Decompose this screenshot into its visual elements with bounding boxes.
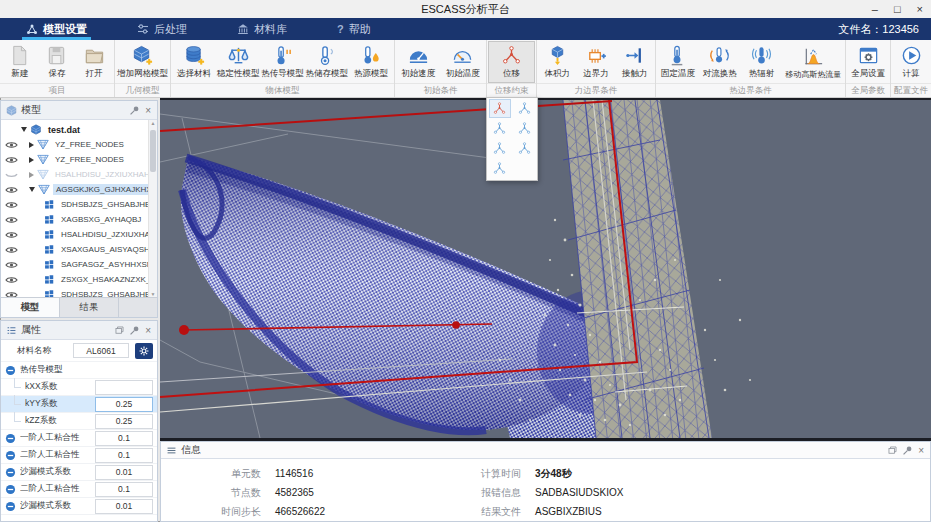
pin-icon[interactable] [129, 105, 140, 116]
material-name-input[interactable] [73, 343, 129, 358]
tab-material-library[interactable]: 材料库 [225, 18, 299, 40]
restore-icon[interactable] [114, 325, 125, 336]
collapse-minus-icon[interactable] [5, 484, 16, 495]
tab-post-processing[interactable]: 后处理 [125, 18, 199, 40]
hourglass-coefficient-input[interactable] [95, 465, 153, 480]
tree-item[interactable]: YZ_FREE_NODES [1, 137, 157, 152]
heat-storage-model-button[interactable]: 热储存模型 [305, 41, 349, 83]
eye-icon[interactable] [5, 185, 18, 195]
tree-item[interactable]: SAGFASGZ_ASYHHXSN [1, 257, 157, 272]
collapse-minus-icon[interactable] [5, 433, 16, 444]
expand-arrow-icon[interactable] [29, 157, 34, 163]
expand-arrow-icon[interactable] [29, 172, 34, 178]
minimize-button[interactable]: – [872, 0, 878, 18]
eye-icon[interactable] [5, 260, 18, 270]
second-order-viscosity-input[interactable] [95, 482, 153, 497]
compute-button[interactable]: 计算 [892, 41, 930, 83]
mesh-icon [37, 169, 49, 180]
tree-item[interactable]: SDHSBJZS_GHSABJHB_ZAHU [1, 197, 157, 212]
tab-model[interactable]: 模型 [1, 298, 60, 317]
expand-arrow-icon[interactable] [29, 142, 34, 148]
collapse-minus-icon[interactable] [5, 365, 16, 376]
heat-conduction-model-button[interactable]: 热传导模型 [260, 41, 304, 83]
displacement-option-selected[interactable] [489, 99, 511, 118]
eye-closed-icon[interactable] [5, 170, 18, 180]
save-icon [45, 44, 68, 67]
balance-scale-icon [227, 44, 250, 67]
tripod-blue-icon [517, 101, 532, 116]
kzz-input[interactable] [95, 414, 153, 429]
pin-icon[interactable] [129, 325, 140, 336]
kxx-input[interactable] [95, 380, 153, 395]
tree-item[interactable]: SDHSBJZS_GHSABJHB_ZAHU [1, 287, 157, 297]
eye-icon[interactable] [5, 290, 18, 298]
collapse-minus-icon[interactable] [5, 467, 16, 478]
kyy-input[interactable] [95, 397, 153, 412]
tree-item[interactable]: HSALHDISU_JZXIUXHAHX [1, 227, 157, 242]
tree-item[interactable]: XAGBSXG_AYHAQBJ [1, 212, 157, 227]
eye-icon[interactable] [5, 215, 18, 225]
fixed-temperature-button[interactable]: 固定温度 [657, 41, 699, 83]
second-order-viscosity-input[interactable] [95, 448, 153, 463]
tab-results[interactable]: 结果 [60, 298, 119, 317]
convection-button[interactable]: 对流换热 [699, 41, 741, 83]
displacement-option[interactable] [514, 119, 536, 138]
tree-item-selected[interactable]: AGSGKJKG_GJHXAJKHXA [1, 182, 157, 197]
viewport-3d[interactable] [160, 98, 931, 441]
collapse-minus-icon[interactable] [5, 450, 16, 461]
material-settings-button[interactable] [135, 343, 153, 359]
maximize-button[interactable]: □ [894, 0, 901, 18]
tab-model-settings[interactable]: 模型设置 [14, 18, 99, 40]
contact-force-button[interactable]: 接触力 [615, 41, 654, 83]
tree-item-hidden[interactable]: HSALHDISU_JZXIUXHAHX [1, 167, 157, 182]
scrollbar-thumb[interactable] [150, 130, 156, 172]
displacement-option[interactable] [514, 139, 536, 158]
collapse-minus-icon[interactable] [5, 501, 16, 512]
tab-help[interactable]: ? 帮助 [325, 18, 383, 40]
close-panel-icon[interactable]: × [144, 325, 152, 336]
displacement-option[interactable] [489, 119, 511, 138]
collapse-arrow-icon[interactable] [21, 127, 27, 132]
thermal-radiation-button[interactable]: 热辐射 [741, 41, 783, 83]
moving-gauss-heat-flux-button[interactable]: 移动高斯热流量 [782, 41, 844, 83]
tree-scrollbar[interactable]: ▲▼ [148, 120, 157, 297]
close-button[interactable]: × [917, 0, 923, 18]
displacement-option[interactable] [514, 99, 536, 118]
tree-root-item[interactable]: test.dat [1, 122, 157, 137]
collapse-arrow-icon[interactable] [29, 187, 35, 192]
first-order-viscosity-input[interactable] [95, 431, 153, 446]
eye-icon[interactable] [5, 230, 18, 240]
boundary-force-button[interactable]: 边界力 [577, 41, 616, 83]
eye-icon[interactable] [5, 275, 18, 285]
close-panel-icon[interactable]: × [917, 445, 925, 456]
tree-item[interactable]: XSAXGAUS_AISYAQSH_ASHX [1, 242, 157, 257]
tree-item[interactable]: ZSXGX_HSAKAZNZXK_AMASX [1, 272, 157, 287]
eye-icon[interactable] [5, 245, 18, 255]
eye-icon[interactable] [5, 155, 18, 165]
save-button[interactable]: 保存 [38, 41, 75, 83]
heat-source-model-button[interactable]: 热源模型 [349, 41, 393, 83]
add-mesh-model-button[interactable]: 增加网格模型 [116, 41, 169, 83]
displacement-option[interactable] [489, 139, 511, 158]
thermometer-swirl-icon [708, 44, 731, 67]
restore-icon[interactable] [887, 445, 898, 456]
stability-model-button[interactable]: 稳定性模型 [216, 41, 260, 83]
select-material-button[interactable]: 选择材料 [172, 41, 216, 83]
pin-icon[interactable] [902, 445, 913, 456]
eye-icon[interactable] [5, 200, 18, 210]
displacement-button[interactable]: 位移 [488, 41, 535, 83]
hourglass-coefficient-input[interactable] [95, 499, 153, 514]
tree-item[interactable]: YZ_FREE_NODES [1, 152, 157, 167]
initial-velocity-button[interactable]: 初始速度 [396, 41, 441, 83]
model-tree: test.dat YZ_FREE_NODES YZ_FREE_NODES HSA… [1, 120, 157, 297]
new-button[interactable]: 新建 [1, 41, 38, 83]
eye-icon[interactable] [5, 140, 18, 150]
close-panel-icon[interactable]: × [144, 105, 152, 116]
element-count-field: 单元数 1146516 [199, 464, 459, 483]
open-button[interactable]: 打开 [76, 41, 113, 83]
initial-temperature-button[interactable]: 初始温度 [441, 41, 486, 83]
displacement-option[interactable] [489, 159, 511, 178]
global-settings-button[interactable]: 全局设置 [847, 41, 889, 83]
heat-conduction-section-row[interactable]: 热传导模型 [1, 362, 157, 379]
body-force-button[interactable]: 体积力 [538, 41, 577, 83]
